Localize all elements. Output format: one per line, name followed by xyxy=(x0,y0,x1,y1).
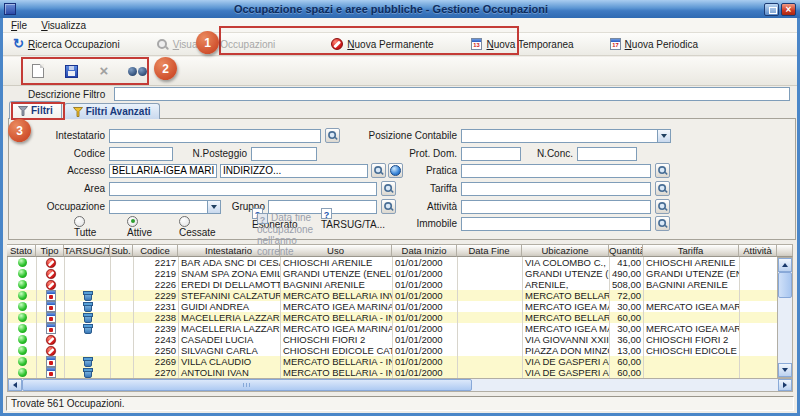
tariffa-input[interactable] xyxy=(461,182,651,196)
table-row[interactable]: 2217BAR ADA SNC DI CESARI ALVECHIOSCHI A… xyxy=(8,257,793,268)
immobile-search-button[interactable] xyxy=(655,216,670,231)
quantita-cell: 36,00 xyxy=(610,334,644,345)
attivita-search-button[interactable] xyxy=(655,199,670,214)
magnifier-icon xyxy=(156,38,169,51)
radio-checked-icon[interactable] xyxy=(127,216,138,227)
status-active-icon xyxy=(18,269,27,278)
data-fine-corrente-checkbox[interactable]: Data fine occupazione nell'anno corrente xyxy=(257,212,313,257)
radio-icon[interactable] xyxy=(74,216,85,227)
radio-tutte[interactable]: Tutte xyxy=(74,216,96,238)
table-row[interactable]: 2269VILLA CLAUDIOMERCATO BELLARIA - INVE… xyxy=(8,356,793,367)
tariffa-cell: MERCATO IGEA MAR xyxy=(644,323,740,334)
table-row[interactable]: 2231GUIDI ANDREAMERCATO IGEA MARINA - ES… xyxy=(8,301,793,312)
sub-cell xyxy=(111,367,134,378)
no-entry-icon xyxy=(45,334,55,344)
quantita-cell: 508,00 xyxy=(610,279,644,290)
table-row[interactable]: 2250SILVAGNI CARLACHIOSCHI EDICOLE CAT 1… xyxy=(8,345,793,356)
magnifier-icon xyxy=(657,183,667,193)
menu-visualizza[interactable]: Visualizza xyxy=(41,20,86,31)
column-header[interactable]: TARSUG/T... xyxy=(64,244,110,257)
dropdown-arrow-icon[interactable] xyxy=(657,130,670,142)
menu-file[interactable]: File xyxy=(11,20,27,31)
posizione-contabile-select[interactable] xyxy=(461,129,671,143)
tariffa-search-button[interactable] xyxy=(655,181,670,196)
ubicazione-cell: VIA COLOMBO C., xyxy=(523,257,610,268)
nuova-periodica-button[interactable]: 17 Nuova Periodica xyxy=(606,36,702,52)
scroll-right-button[interactable] xyxy=(778,379,792,391)
n-posteggio-input[interactable] xyxy=(251,147,317,161)
immobile-input[interactable] xyxy=(461,217,651,231)
ricerca-occupazioni-button[interactable]: Ricerca Occupazioni xyxy=(9,36,124,52)
pratica-label: Pratica xyxy=(309,165,457,176)
sub-cell xyxy=(111,279,134,290)
sub-cell xyxy=(111,334,134,345)
dropdown-arrow-icon[interactable] xyxy=(207,201,220,213)
table-row[interactable]: 2239MACELLERIA LAZZARI UGO & (MERCATO IG… xyxy=(8,323,793,334)
data-inizio-cell: 01/01/2000 xyxy=(393,323,458,334)
scroll-down-button[interactable] xyxy=(778,363,792,377)
quantita-cell: 41,00 xyxy=(610,257,644,268)
pratica-search-button[interactable] xyxy=(655,163,670,178)
table-row[interactable]: 2270ANTOLINI IVANMERCATO BELLARIA - INVE… xyxy=(8,367,793,378)
column-header[interactable]: Codice xyxy=(133,244,178,257)
occupazione-select[interactable] xyxy=(109,200,221,214)
intestatario-cell: GUIDI ANDREA xyxy=(179,301,281,312)
uso-cell: CHIOSCHI EDICOLE CAT 1 xyxy=(281,345,393,356)
column-header[interactable]: Tariffa xyxy=(643,244,739,257)
table-row[interactable]: 2229STEFANINI CALZATURE DI STEMERCATO BE… xyxy=(8,290,793,301)
horizontal-scroll-thumb[interactable] xyxy=(22,379,472,391)
descrizione-filtro-input[interactable] xyxy=(114,87,790,101)
uso-cell: BAGNINI ARENILE xyxy=(281,279,393,290)
vertical-scrollbar[interactable] xyxy=(777,257,793,378)
table-row[interactable]: 2238MACELLERIA LAZZARI UGO & (MERCATO BE… xyxy=(8,312,793,323)
column-header[interactable]: Ubicazione xyxy=(522,244,609,257)
tab-filtri-avanzati[interactable]: Filtri Avanzati xyxy=(64,103,160,119)
column-header[interactable]: Tipo xyxy=(36,244,64,257)
status-bar: Trovate 561 Occupazioni. xyxy=(6,396,794,411)
tariffa-cell xyxy=(644,367,740,378)
column-header[interactable]: Attività xyxy=(739,244,777,257)
tariffa-cell: BAGNINI ARENILE xyxy=(644,279,740,290)
intestatario-cell: ANTOLINI IVAN xyxy=(179,367,281,378)
table-row[interactable]: 2226EREDI DI DELLAMOTTA GIUSEFBAGNINI AR… xyxy=(8,279,793,290)
table-row[interactable]: 2243CASADEI LUCIACHIOSCHI FIORI 201/01/2… xyxy=(8,334,793,345)
calendar-icon xyxy=(46,323,56,334)
status-active-icon xyxy=(18,357,27,366)
column-header[interactable]: Sub. xyxy=(110,244,133,257)
column-header[interactable]: Data Inizio xyxy=(392,244,457,257)
n-conc-input[interactable] xyxy=(577,147,637,161)
pratica-input[interactable] xyxy=(461,164,651,178)
stato-cell xyxy=(8,268,37,279)
column-header[interactable]: Quantità xyxy=(609,244,643,257)
codice-cell: 2231 xyxy=(134,301,179,312)
intestatario-input[interactable] xyxy=(109,129,321,143)
column-header-spacer xyxy=(777,244,793,257)
close-button[interactable] xyxy=(781,3,796,16)
codice-input[interactable] xyxy=(109,147,173,161)
tariffa-cell xyxy=(644,312,740,323)
radio-icon[interactable] xyxy=(179,216,190,227)
stato-cell xyxy=(8,312,37,323)
uso-cell: MERCATO BELLARIA INVERNAL xyxy=(281,290,393,301)
app-icon xyxy=(4,3,16,15)
scroll-left-button[interactable] xyxy=(8,379,22,391)
prot-dom-input[interactable] xyxy=(461,147,521,161)
attivita-input[interactable] xyxy=(461,200,651,214)
ubicazione-cell: MERCATO IGEA MARINA xyxy=(523,323,610,334)
radio-cessate[interactable]: Cessate xyxy=(179,216,216,238)
table-row[interactable]: 2219SNAM SPA ZONA EMILIA ROMGRANDI UTENZ… xyxy=(8,268,793,279)
stato-cell xyxy=(8,345,37,356)
window-title: Occupazione spazi e aree pubbliche - Ges… xyxy=(20,3,762,15)
restore-button[interactable] xyxy=(764,3,779,16)
accesso-comune-input[interactable] xyxy=(109,164,217,178)
tarsug-cell xyxy=(65,301,111,312)
scroll-up-button[interactable] xyxy=(778,258,792,272)
column-header[interactable]: Stato xyxy=(7,244,36,257)
vertical-scroll-thumb[interactable] xyxy=(778,272,792,298)
codice-cell: 2243 xyxy=(134,334,179,345)
recycle-bin-icon xyxy=(84,369,92,378)
column-header[interactable]: Data Fine xyxy=(457,244,522,257)
attivita-cell xyxy=(740,301,778,312)
horizontal-scrollbar[interactable] xyxy=(7,378,793,392)
radio-attive[interactable]: Attive xyxy=(127,216,152,238)
